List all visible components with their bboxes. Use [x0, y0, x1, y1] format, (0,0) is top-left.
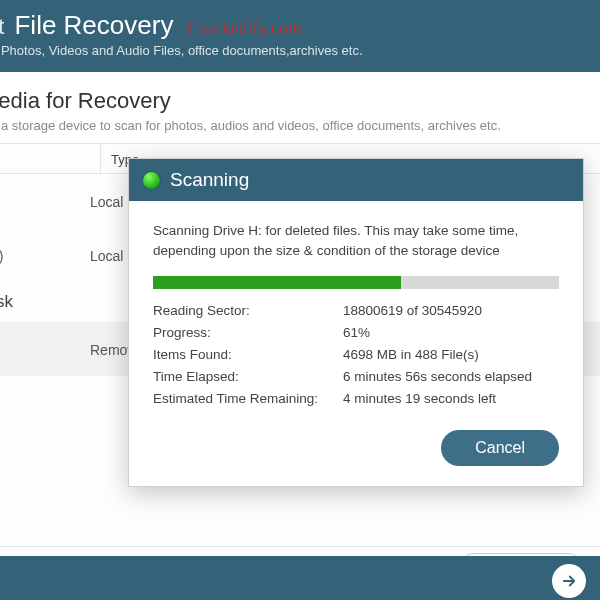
- stat-value-items: 4698 MB in 488 File(s): [343, 347, 559, 362]
- dialog-message: Scanning Drive H: for deleted files. Thi…: [153, 221, 559, 260]
- stat-label-items: Items Found:: [153, 347, 343, 362]
- section-title: Media for Recovery: [0, 88, 600, 114]
- progress-fill: [153, 276, 401, 289]
- app-subtitle: ost Photos, Videos and Audio Files, offi…: [0, 43, 600, 58]
- stat-label-sector: Reading Sector:: [153, 303, 343, 318]
- app-header: oft File Recovery Crackedify.com ost Pho…: [0, 0, 600, 72]
- section-desc: ect a storage device to scan for photos,…: [0, 118, 600, 133]
- drive-name: :): [0, 334, 80, 364]
- progress-bar: [153, 276, 559, 289]
- stat-label-progress: Progress:: [153, 325, 343, 340]
- stat-value-elapsed: 6 minutes 56s seconds elapsed: [343, 369, 559, 384]
- stat-value-sector: 18800619 of 30545920: [343, 303, 559, 318]
- status-orb-icon: [143, 172, 160, 189]
- cancel-button[interactable]: Cancel: [441, 430, 559, 466]
- stat-label-elapsed: Time Elapsed:: [153, 369, 343, 384]
- drive-name: (D:): [0, 240, 80, 270]
- drive-name: C:): [0, 186, 80, 216]
- watermark-text: Crackedify.com: [187, 18, 301, 39]
- stats-grid: Reading Sector: 18800619 of 30545920 Pro…: [153, 303, 559, 406]
- stat-label-remaining: Estimated Time Remaining:: [153, 391, 343, 406]
- next-fab[interactable]: [552, 564, 586, 598]
- scanning-dialog: Scanning Scanning Drive H: for deleted f…: [128, 158, 584, 487]
- stat-value-remaining: 4 minutes 19 seconds left: [343, 391, 559, 406]
- section-header: Media for Recovery ect a storage device …: [0, 72, 600, 144]
- title-prefix: oft: [0, 14, 4, 40]
- dialog-header: Scanning: [129, 159, 583, 201]
- dialog-title: Scanning: [170, 169, 249, 191]
- app-footer: [0, 556, 600, 600]
- arrow-right-icon: [560, 572, 578, 590]
- stat-value-progress: 61%: [343, 325, 559, 340]
- app-title: File Recovery: [14, 10, 173, 41]
